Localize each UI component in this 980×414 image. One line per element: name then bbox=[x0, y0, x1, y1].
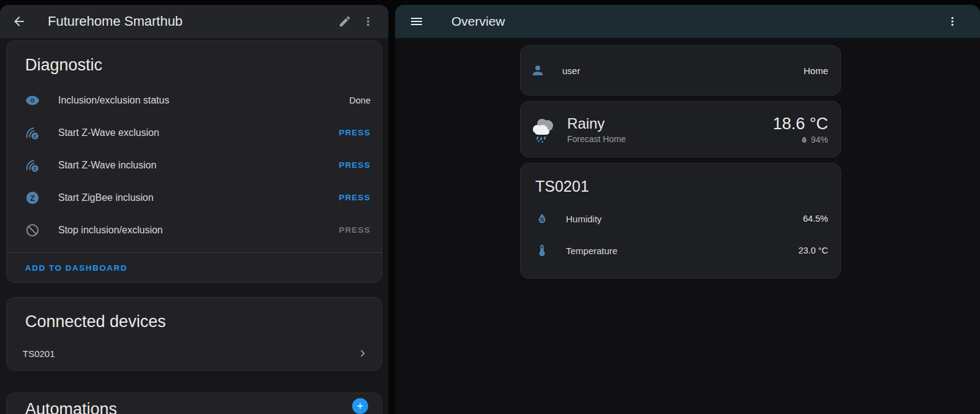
sensor-value: 64.5% bbox=[803, 214, 828, 224]
weather-attribution: Forecast Home bbox=[567, 134, 626, 144]
z-wave-icon: Z bbox=[25, 126, 40, 140]
dots-vertical-icon bbox=[946, 15, 959, 28]
row-label: Start ZigBee inclusion bbox=[58, 192, 154, 203]
connected-devices-card: Connected devices TS0201 bbox=[6, 297, 382, 371]
row-zwave-inclusion: Z Start Z-Wave inclusion PRESS bbox=[7, 149, 382, 181]
weather-rainy-icon bbox=[529, 115, 559, 144]
cancel-icon bbox=[25, 223, 40, 238]
thermometer-icon bbox=[535, 244, 549, 257]
weather-readings: 18.6 °C 94% bbox=[773, 115, 828, 145]
svg-text:Z: Z bbox=[30, 193, 35, 202]
press-button[interactable]: PRESS bbox=[339, 160, 371, 170]
connected-devices-title: Connected devices bbox=[7, 298, 382, 338]
row-label: Start Z-Wave exclusion bbox=[58, 127, 159, 138]
svg-text:Z: Z bbox=[34, 133, 37, 138]
right-appbar: Overview bbox=[395, 5, 980, 38]
add-to-dashboard-button[interactable]: ADD TO DASHBOARD bbox=[25, 263, 127, 273]
chevron-right-icon bbox=[356, 347, 369, 360]
automations-title: Automations bbox=[7, 393, 382, 414]
sensor-value: 23.0 °C bbox=[798, 246, 828, 255]
dashboard-title: Overview bbox=[451, 14, 505, 29]
overview-dashboard-window: Overview user Home bbox=[395, 5, 980, 414]
hamburger-menu-icon bbox=[409, 14, 424, 29]
overflow-menu-button[interactable] bbox=[941, 10, 964, 33]
sensor-label: Humidity bbox=[566, 214, 601, 224]
person-name: user bbox=[562, 66, 580, 76]
press-button[interactable]: PRESS bbox=[339, 128, 371, 137]
water-percent-icon bbox=[800, 135, 809, 144]
left-appbar: Futurehome Smarthub bbox=[0, 5, 388, 38]
z-wave-icon: Z bbox=[25, 158, 40, 173]
weather-condition: Rainy bbox=[567, 115, 626, 132]
diagnostic-card-footer: ADD TO DASHBOARD bbox=[7, 253, 382, 282]
device-card: TS0201 Humidity 64.5% Tem bbox=[520, 163, 841, 279]
person-state: Home bbox=[804, 66, 828, 76]
weather-card[interactable]: Rainy Forecast Home 18.6 °C 94% bbox=[520, 101, 841, 157]
row-zigbee-inclusion: Z Start ZigBee inclusion PRESS bbox=[7, 181, 382, 214]
weather-humidity-row: 94% bbox=[773, 135, 828, 145]
temperature-row[interactable]: Temperature 23.0 °C bbox=[521, 235, 840, 266]
weather-humidity-value: 94% bbox=[811, 135, 828, 145]
diagnostic-card-title: Diagnostic bbox=[7, 41, 382, 81]
pencil-icon bbox=[338, 15, 352, 28]
eye-icon bbox=[25, 93, 40, 108]
left-content: Diagnostic Inclusion/exclusion status Do… bbox=[0, 38, 388, 414]
person-card[interactable]: user Home bbox=[520, 45, 841, 96]
row-value: Done bbox=[349, 96, 371, 105]
weather-text: Rainy Forecast Home bbox=[567, 115, 626, 144]
diagnostic-card: Diagnostic Inclusion/exclusion status Do… bbox=[6, 40, 382, 283]
plus-icon bbox=[355, 401, 365, 411]
press-button[interactable]: PRESS bbox=[339, 193, 371, 202]
humidity-icon bbox=[535, 212, 549, 225]
page-title: Futurehome Smarthub bbox=[48, 13, 183, 29]
add-automation-button[interactable] bbox=[352, 398, 368, 414]
sensor-label: Temperature bbox=[566, 246, 617, 256]
dashboard-cards: user Home Rainy Fo bbox=[520, 45, 841, 279]
zigbee-icon: Z bbox=[25, 190, 40, 205]
weather-temperature: 18.6 °C bbox=[773, 115, 828, 133]
dots-vertical-icon bbox=[361, 15, 375, 28]
row-label: Stop inclusion/exclusion bbox=[58, 225, 163, 236]
back-button[interactable] bbox=[7, 10, 31, 33]
device-list-item[interactable]: TS0201 bbox=[7, 338, 382, 370]
edit-button[interactable] bbox=[333, 10, 356, 33]
row-inclusion-status[interactable]: Inclusion/exclusion status Done bbox=[7, 84, 382, 116]
row-label: Start Z-Wave inclusion bbox=[58, 160, 156, 171]
row-stop-inclusion: Stop inclusion/exclusion PRESS bbox=[7, 214, 382, 246]
futurehome-app-window: Futurehome Smarthub Diagnostic bbox=[0, 5, 388, 414]
device-name: TS0201 bbox=[23, 348, 55, 359]
diagnostic-rows: Inclusion/exclusion status Done Z Start … bbox=[7, 81, 382, 252]
device-rows: Humidity 64.5% Temperature 23.0 °C bbox=[521, 203, 840, 266]
overflow-menu-button[interactable] bbox=[356, 10, 380, 33]
automations-card: Automations bbox=[6, 393, 382, 414]
row-label: Inclusion/exclusion status bbox=[58, 95, 169, 106]
humidity-row[interactable]: Humidity 64.5% bbox=[521, 203, 840, 235]
arrow-left-icon bbox=[12, 14, 26, 29]
menu-button[interactable] bbox=[405, 10, 428, 33]
account-icon bbox=[530, 63, 545, 78]
press-button-disabled: PRESS bbox=[339, 225, 371, 235]
device-card-title: TS0201 bbox=[521, 164, 840, 195]
svg-text:Z: Z bbox=[34, 165, 37, 171]
row-zwave-exclusion: Z Start Z-Wave exclusion PRESS bbox=[7, 116, 382, 149]
